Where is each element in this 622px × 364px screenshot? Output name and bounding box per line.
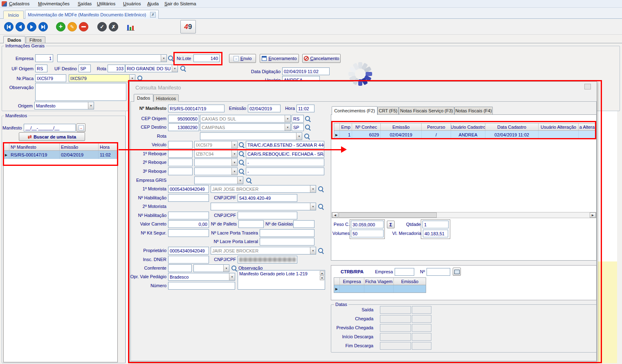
- cell[interactable]: Nº Conhec: [352, 123, 381, 130]
- cell[interactable]: Empresa: [340, 278, 364, 285]
- delete-button[interactable]: [79, 22, 88, 31]
- cell[interactable]: Usuário Alteração: [539, 123, 579, 130]
- motorista1-code-field[interactable]: 00054340942049: [168, 185, 209, 193]
- hora-field[interactable]: 11:02: [296, 105, 314, 112]
- chevron-down-icon[interactable]: ▾: [231, 150, 237, 157]
- cell[interactable]: [340, 285, 364, 293]
- lacre-traseira-field[interactable]: [260, 229, 314, 237]
- sum-button[interactable]: Σ: [387, 221, 395, 228]
- manifest-grid-row[interactable]: ▶ RS/RS-000147/19 02/04/2019 11:02: [4, 151, 117, 159]
- saida-time-field[interactable]: [412, 306, 431, 314]
- cell[interactable]: Emissão: [381, 123, 422, 130]
- chevron-down-icon[interactable]: ▾: [310, 203, 316, 210]
- menu-sair[interactable]: Sair do Sistema: [164, 1, 196, 6]
- search-icon[interactable]: [305, 116, 311, 122]
- observacao-memo[interactable]: [35, 83, 126, 101]
- menu-movimentacoes[interactable]: Movimentações: [38, 1, 70, 6]
- cell[interactable]: Emissão: [394, 278, 426, 285]
- reboque1-desc-field[interactable]: CAR/S.REBOQUE/C. FECHADA - SR/LIB: [246, 150, 324, 158]
- proprietario-code-field[interactable]: 00054340942049: [168, 247, 209, 255]
- nrlote-field[interactable]: 140: [193, 54, 220, 62]
- tab-inicio[interactable]: Início: [3, 11, 24, 19]
- veiculo-combo[interactable]: IXC5I79▾: [194, 141, 238, 149]
- empresa-field[interactable]: 1: [35, 54, 53, 62]
- tab-nf[interactable]: Notas Fiscais (F4): [454, 107, 493, 114]
- chevron-down-icon[interactable]: ▾: [231, 159, 237, 166]
- search-icon[interactable]: [238, 142, 245, 148]
- scroll-down-icon[interactable]: ▼: [320, 276, 324, 280]
- search-icon[interactable]: [231, 265, 238, 272]
- ctrb-grid-row[interactable]: ▶: [334, 285, 426, 293]
- cidade-destino-combo[interactable]: CAMPINAS▾: [200, 123, 291, 131]
- vl-mercadoria-field[interactable]: 40.183,51: [423, 230, 448, 237]
- popup-tab-historicos[interactable]: Historicos: [153, 94, 179, 102]
- chevron-down-icon[interactable]: ▾: [129, 75, 135, 82]
- previsao-date-field[interactable]: [380, 324, 411, 332]
- cancelamento-button[interactable]: Cancelamento: [302, 54, 341, 63]
- empresa-combo[interactable]: ▾: [57, 54, 167, 62]
- origem-combo[interactable]: Manifesto▾: [34, 102, 94, 109]
- cell[interactable]: 1: [340, 131, 352, 139]
- nrplaca-combo[interactable]: IXC5I79▾: [69, 74, 135, 82]
- reboque1-code-field[interactable]: [168, 150, 193, 158]
- search-icon[interactable]: [238, 168, 245, 175]
- empresa-gris-combo[interactable]: ▾: [194, 176, 243, 184]
- cell[interactable]: 02/04/2019 11:02: [485, 131, 539, 139]
- popup-rota-combo[interactable]: ▾: [200, 132, 302, 140]
- reboque2-combo[interactable]: ▾: [194, 159, 238, 166]
- chevron-down-icon[interactable]: ▾: [231, 168, 237, 175]
- cell[interactable]: Emissão: [60, 143, 99, 150]
- chevron-down-icon[interactable]: ▾: [310, 247, 316, 254]
- cell[interactable]: [364, 285, 394, 293]
- search-icon[interactable]: [318, 248, 324, 254]
- menu-ajuda[interactable]: Ajuda: [147, 1, 159, 6]
- popup-tab-dados[interactable]: Dados: [134, 94, 153, 102]
- confirm-button[interactable]: ✓: [97, 22, 107, 31]
- ctrb-grid[interactable]: Empresa Ficha Viagem Emissão ▶: [334, 277, 426, 293]
- nav-next-button[interactable]: [27, 22, 36, 31]
- search-icon[interactable]: [304, 133, 310, 140]
- chart-button[interactable]: [127, 23, 135, 31]
- fim-descarga-time-field[interactable]: [412, 342, 431, 350]
- chevron-down-icon[interactable]: ▾: [229, 273, 235, 280]
- cell[interactable]: a Altera: [579, 123, 595, 130]
- manifest-grid[interactable]: Nº Manifesto Emissão Hora ▶ RS/RS-000147…: [3, 143, 118, 362]
- volumes-field[interactable]: 50: [351, 230, 384, 237]
- buscar-lista-button[interactable]: ⇄ Buscar de uma lista: [19, 132, 85, 141]
- search-icon[interactable]: [238, 159, 245, 166]
- cell[interactable]: ANDREA: [451, 131, 485, 139]
- cell[interactable]: Emp: [340, 123, 352, 130]
- search-icon[interactable]: [318, 186, 324, 192]
- fim-descarga-date-field[interactable]: [380, 342, 411, 350]
- encerramento-button[interactable]: Encerramento: [260, 54, 299, 63]
- inicio-descarga-time-field[interactable]: [412, 333, 431, 341]
- habilitacao2-field[interactable]: [168, 212, 209, 219]
- insc-dner-field[interactable]: [168, 256, 209, 264]
- conhecimentos-grid[interactable]: Emp Nº Conhec Emissão Percurso Usuário C…: [334, 123, 596, 139]
- manifesto-open-button[interactable]: →: [76, 123, 85, 132]
- lacre-lateral-field[interactable]: [260, 238, 314, 246]
- search-icon[interactable]: [168, 55, 174, 62]
- edit-button[interactable]: ✎: [67, 22, 77, 31]
- tab-nf-servico[interactable]: Notas Fiscais Serviço (F3): [399, 107, 454, 114]
- scrollbar-thumb[interactable]: [339, 212, 437, 218]
- cep-destino-field[interactable]: 13080290: [168, 123, 199, 131]
- chevron-down-icon[interactable]: ▾: [223, 265, 229, 272]
- cnpj2-field[interactable]: [238, 212, 297, 219]
- uf-origem-field[interactable]: RS: [35, 65, 47, 72]
- cell[interactable]: [539, 131, 579, 139]
- horizontal-scrollbar[interactable]: ◀ ▶: [332, 212, 596, 218]
- chevron-down-icon[interactable]: ▾: [285, 115, 290, 122]
- veiculo-code-field[interactable]: [168, 141, 193, 149]
- emissao-field[interactable]: 02/04/2019: [248, 105, 281, 112]
- nrplaca-field[interactable]: IXC5I79: [35, 74, 66, 82]
- cell[interactable]: Percurso: [422, 123, 451, 130]
- chevron-down-icon[interactable]: ▾: [310, 185, 316, 192]
- nav-last-button[interactable]: [38, 22, 48, 31]
- chevron-down-icon[interactable]: ▾: [296, 133, 302, 140]
- nav-prev-button[interactable]: [16, 22, 25, 31]
- menu-utilitarios[interactable]: Utilitários: [97, 1, 115, 6]
- menu-cadastros[interactable]: Cadastros: [9, 1, 29, 6]
- envio-button[interactable]: → Envio: [229, 54, 256, 63]
- kit-segur-field[interactable]: [168, 229, 209, 237]
